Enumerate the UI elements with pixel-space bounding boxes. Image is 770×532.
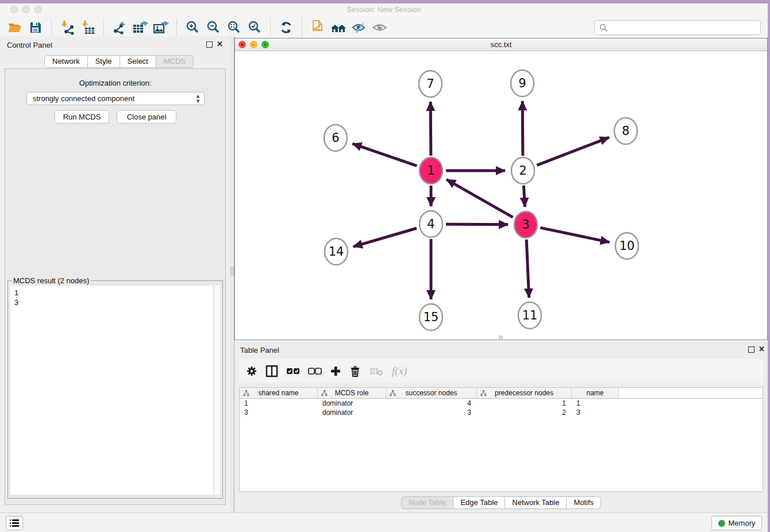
add-column-icon[interactable] xyxy=(330,365,341,377)
column-label: name xyxy=(586,389,603,397)
delete-table-icon[interactable] xyxy=(369,366,384,376)
column-label: shared name xyxy=(258,389,298,397)
refresh-icon[interactable] xyxy=(276,18,297,37)
table-close-icon[interactable]: ✕ xyxy=(759,345,765,353)
edge-3-11[interactable] xyxy=(526,240,529,298)
column-label: MCDS role xyxy=(335,389,369,397)
save-session-icon[interactable] xyxy=(25,18,46,37)
network-canvas[interactable]: 1234678910111415 xyxy=(235,51,767,340)
duplicate-network-icon[interactable] xyxy=(307,18,328,37)
tab-network[interactable]: Network xyxy=(44,55,88,68)
edge-2-3[interactable] xyxy=(523,186,525,207)
open-session-icon[interactable] xyxy=(5,18,25,37)
delete-column-trash-icon[interactable] xyxy=(349,365,361,377)
tab-node-table[interactable]: Node Table xyxy=(401,496,454,509)
optimization-criterion-value: strongly connected component xyxy=(33,94,134,103)
tab-style[interactable]: Style xyxy=(88,55,120,68)
mcds-result-list[interactable]: 1 3 xyxy=(10,286,213,495)
optimization-criterion-label: Optimization criterion: xyxy=(5,79,225,87)
network-resize-grip[interactable] xyxy=(499,336,503,339)
edge-4-14[interactable] xyxy=(353,228,417,246)
task-list-icon xyxy=(10,519,19,527)
export-network-icon[interactable] xyxy=(109,18,130,37)
table-panel: Table Panel ✕ xyxy=(234,341,768,512)
optimization-criterion-select[interactable]: strongly connected component ▲▼ xyxy=(26,92,205,105)
zoom-out-icon[interactable] xyxy=(203,18,224,37)
node-label-11: 11 xyxy=(522,309,538,322)
node-label-14: 14 xyxy=(329,245,344,259)
import-table-icon[interactable] xyxy=(78,18,98,37)
tab-network-table[interactable]: Network Table xyxy=(505,496,567,509)
deselect-all-icon[interactable] xyxy=(308,367,322,375)
table-options-gear-icon[interactable] xyxy=(246,365,257,377)
function-builder-icon[interactable]: f(x) xyxy=(392,365,407,377)
export-table-icon[interactable] xyxy=(130,18,151,37)
column-label: predecessor nodes xyxy=(495,389,553,397)
table-float-icon[interactable] xyxy=(748,346,754,353)
table-panel-title: Table Panel xyxy=(240,346,279,354)
home-icon[interactable] xyxy=(328,18,349,37)
node-label-4: 4 xyxy=(427,217,434,231)
network-graph: 1234678910111415 xyxy=(235,51,767,340)
table-header-filler xyxy=(619,388,763,399)
network-window-titlebar: ✕ − + scc.txt xyxy=(235,38,767,51)
toolbar-separator xyxy=(51,19,52,36)
import-network-icon[interactable] xyxy=(57,18,78,37)
network-title: scc.txt xyxy=(235,40,767,49)
edge-1-6[interactable] xyxy=(352,144,417,165)
split-view-icon[interactable] xyxy=(265,365,278,377)
control-panel-header: Control Panel ✕ xyxy=(0,36,230,53)
node-label-15: 15 xyxy=(424,310,439,324)
edge-2-9[interactable] xyxy=(522,101,523,156)
network-view-window: ✕ − + scc.txt 1234678910111415 xyxy=(234,38,768,340)
control-panel-title: Control Panel xyxy=(7,41,52,49)
cell-shared-name: 3 xyxy=(240,408,318,417)
cytoscape-window: Session: New Session xyxy=(0,3,768,532)
close-panel-button[interactable]: Close panel xyxy=(117,110,176,124)
export-image-icon[interactable] xyxy=(151,18,171,37)
run-mcds-button[interactable]: Run MCDS xyxy=(55,110,109,124)
panel-splitter[interactable] xyxy=(230,36,234,512)
edge-3-1[interactable] xyxy=(446,179,513,217)
show-all-eye-icon[interactable] xyxy=(369,18,390,37)
tab-motifs[interactable]: Motifs xyxy=(567,496,601,509)
column-header-predecessor-nodes[interactable]: predecessor nodes xyxy=(477,388,572,399)
zoom-fit-icon[interactable] xyxy=(224,18,244,37)
search-box xyxy=(594,20,761,35)
memory-button[interactable]: Memory xyxy=(711,516,762,530)
zoom-selected-icon[interactable] xyxy=(244,18,265,37)
tab-mcds[interactable]: MCDS xyxy=(156,55,194,68)
main-toolbar xyxy=(0,16,768,39)
float-panel-icon[interactable] xyxy=(206,41,213,48)
table-row[interactable]: 3 dominator 3 2 3 xyxy=(240,408,763,417)
node-label-6: 6 xyxy=(332,131,339,145)
mcds-result-scrollbar[interactable] xyxy=(214,286,220,495)
splitter-grip[interactable] xyxy=(230,267,234,275)
edge-4-3[interactable] xyxy=(446,224,508,225)
task-history-button[interactable] xyxy=(6,516,23,530)
mcds-result-title: MCDS result (2 nodes) xyxy=(11,276,91,285)
session-title: Session: New Session xyxy=(0,5,768,14)
edge-3-10[interactable] xyxy=(540,228,609,242)
hide-selected-eye-icon[interactable] xyxy=(349,18,369,37)
control-panel: Control Panel ✕ Network Style Select MCD… xyxy=(0,36,230,512)
column-header-successor-nodes[interactable]: successor nodes xyxy=(386,388,477,399)
table-row[interactable]: 1 dominator 4 1 1 xyxy=(240,399,763,408)
tab-edge-table[interactable]: Edge Table xyxy=(453,496,505,509)
column-label: successor nodes xyxy=(405,389,457,397)
toolbar-separator xyxy=(302,19,302,36)
column-header-mcds-role[interactable]: MCDS role xyxy=(318,388,386,399)
select-all-icon[interactable] xyxy=(286,367,300,375)
mcds-result-item: 1 xyxy=(14,288,213,298)
edge-2-8[interactable] xyxy=(537,137,609,165)
cell-predecessor-nodes: 2 xyxy=(477,408,572,417)
node-label-8: 8 xyxy=(622,124,629,138)
zoom-in-icon[interactable] xyxy=(182,18,203,37)
column-header-shared-name[interactable]: shared name xyxy=(240,388,318,399)
search-input[interactable] xyxy=(611,24,760,32)
cell-mcds-role: dominator xyxy=(318,408,386,417)
edge-1-7[interactable] xyxy=(430,102,431,156)
column-header-name[interactable]: name xyxy=(572,388,619,399)
close-panel-icon[interactable]: ✕ xyxy=(217,40,223,48)
tab-select[interactable]: Select xyxy=(120,55,156,68)
